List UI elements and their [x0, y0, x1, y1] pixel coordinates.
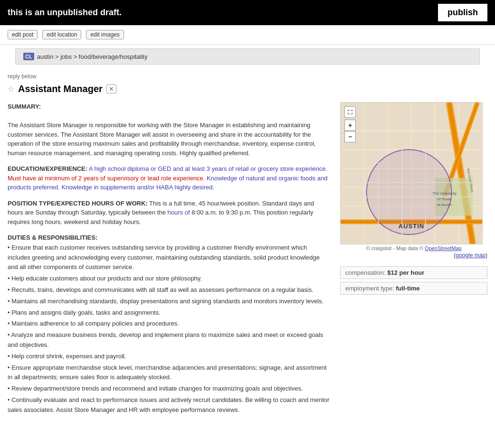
info-boxes: compensation: $12 per hour employment ty… [340, 266, 487, 295]
map-footer: © craigslist - Map data © OpenStreetMap [340, 245, 487, 251]
breadcrumb-wrapper: CL austin > jobs > food/beverage/hospita… [0, 45, 495, 68]
google-map-link-wrapper: (google map) [340, 252, 487, 259]
edit-images-link[interactable]: edit images [86, 30, 124, 39]
duty-item: • Plans and assigns daily goals, tasks a… [8, 308, 331, 318]
duty-item: • Review department/store trends and rec… [8, 384, 331, 394]
draft-text: this is an unpublished draft. [8, 8, 122, 18]
position-section: POSITION TYPE/EXPECTED HOURS OF WORK: Th… [8, 199, 331, 227]
duty-item: • Help educate customers about our produ… [8, 274, 331, 284]
compensation-value: $12 per hour [387, 269, 424, 276]
map-zoom-in-button[interactable]: + [344, 120, 356, 131]
edit-location-link[interactable]: edit location [42, 30, 81, 39]
summary-section: SUMMARY: The Assistant Store Manager is … [8, 102, 331, 158]
duties-label: DUTIES & RESPONSIBILITIES: [8, 234, 97, 241]
education-label: EDUCATION/EXPERIENCE: [8, 165, 87, 172]
duty-item: • Analyze and measure business trends, d… [8, 330, 331, 350]
favorite-star-icon[interactable]: ☆ [8, 84, 14, 93]
edit-post-link[interactable]: edit post [8, 30, 38, 39]
svg-text:at Austin: at Austin [437, 203, 451, 207]
osm-link[interactable]: OpenStreetMap [425, 245, 462, 251]
map-container[interactable]: The University of Texas at Austin Red Ri… [340, 102, 483, 244]
title-edit-icon[interactable]: ✕ [106, 84, 116, 93]
education-section: EDUCATION/EXPERIENCE: A high school dipl… [8, 164, 331, 192]
duty-item: • Recruits, trains, develops and communi… [8, 285, 331, 295]
post-title-row: ☆ Assistant Manager ✕ [8, 84, 487, 94]
cl-logo: CL [23, 53, 34, 60]
summary-label: SUMMARY: [8, 103, 41, 110]
content-layout: SUMMARY: The Assistant Store Manager is … [8, 102, 487, 417]
map-controls: ⛶ + − [344, 106, 356, 142]
post-title: Assistant Manager [18, 84, 103, 94]
reply-below: reply below [8, 73, 487, 80]
duty-item: • Continually evaluate and react to perf… [8, 395, 331, 415]
duties-list: • Ensure that each customer receives out… [8, 243, 331, 415]
employment-label: employment type: [345, 285, 394, 292]
city-label: AUSTIN [399, 223, 424, 230]
duty-item: • Help control shrink, expenses and payr… [8, 352, 331, 362]
draft-banner: this is an unpublished draft. publish [0, 0, 495, 25]
right-column: The University of Texas at Austin Red Ri… [340, 102, 487, 417]
position-label: POSITION TYPE/EXPECTED HOURS OF WORK: [8, 200, 148, 207]
map-expand-button[interactable]: ⛶ [344, 106, 356, 118]
breadcrumb: CL austin > jobs > food/beverage/hospita… [15, 48, 480, 65]
map-zoom-out-button[interactable]: − [344, 131, 356, 142]
edit-bar: edit post edit location edit images [0, 25, 495, 45]
left-column: SUMMARY: The Assistant Store Manager is … [8, 102, 331, 417]
compensation-box: compensation: $12 per hour [340, 266, 487, 279]
map-wrapper: The University of Texas at Austin Red Ri… [340, 102, 487, 259]
main-content: reply below ☆ Assistant Manager ✕ SUMMAR… [0, 73, 495, 417]
publish-button[interactable]: publish [438, 4, 487, 21]
duty-item: • Maintains all merchandising standards,… [8, 297, 331, 307]
duty-item: • Maintains adherence to all company pol… [8, 319, 331, 329]
google-map-link[interactable]: google map [456, 252, 485, 259]
svg-text:of Texas: of Texas [438, 197, 451, 201]
breadcrumb-path: austin > jobs > food/beverage/hospitalit… [37, 53, 148, 60]
duty-item: • Ensure appropriate merchandise stock l… [8, 363, 331, 383]
employment-value: full-time [396, 285, 420, 292]
employment-box: employment type: full-time [340, 282, 487, 295]
duties-section: DUTIES & RESPONSIBILITIES: • Ensure that… [8, 233, 331, 415]
duty-item: • Ensure that each customer receives out… [8, 243, 331, 272]
svg-text:The University: The University [432, 191, 457, 196]
compensation-label: compensation: [345, 269, 386, 276]
summary-text: The Assistant Store Manager is responsib… [8, 121, 316, 157]
map-copyright: © craigslist - Map data © [366, 245, 425, 251]
